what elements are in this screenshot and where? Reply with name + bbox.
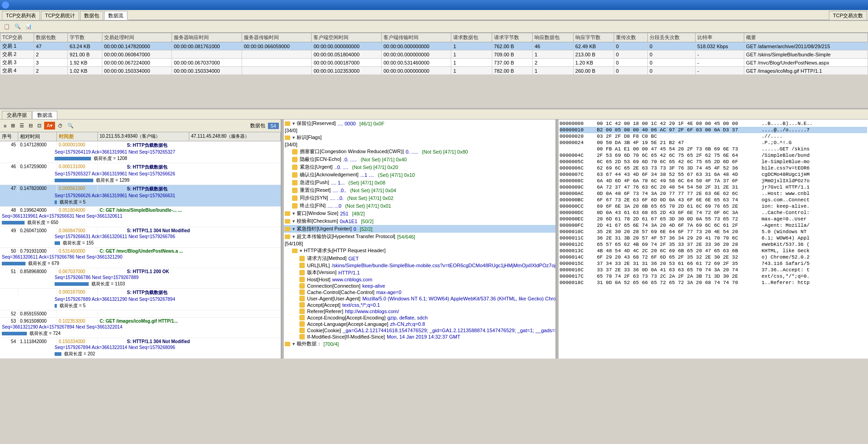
tree-item[interactable]: 急进位[Push].... 1...(Set) [47/1] 0x08	[284, 179, 555, 186]
tree-item[interactable]: 请求方法[Method]GET	[284, 254, 555, 262]
bottom-section: ≡ ⊞ ☰ ⊟ ⊡ A▾ ⏱ 🔍 数据包 54 序号 相对时间 时间差 10.2…	[0, 120, 868, 359]
tree-item[interactable]: User-Agent[User-Agent]Mozilla/5.0 (Windo…	[284, 295, 555, 302]
col-pkg-count: 数据包数	[34, 33, 68, 42]
tree-item[interactable]: 拥塞窗口[Congestion Window Reduced(CWR)]0. .…	[284, 148, 555, 155]
lock-icon	[299, 302, 305, 308]
lock-icon	[292, 165, 298, 170]
tree-item[interactable]: ▼保留位[Reserved].... 0000[46/1] 0x0F	[284, 120, 555, 127]
hex-row: 0000012C65 57 65 62 4B 69 74 2F 35 33 37…	[560, 241, 867, 248]
tree-item[interactable]: 版本[Version]HTTP/1.1	[284, 269, 555, 276]
main-toolbar: 📋 🔍 📊	[0, 21, 868, 33]
tree-item[interactable]: Accept-Language[Accept-Language]zh-CN,zh…	[284, 321, 555, 327]
tree-item[interactable]: Cookie[Cookie]_ga=GA1.2.1217441618.15474…	[284, 327, 555, 334]
pkt-toolbar-btn-4[interactable]: ⊟	[27, 122, 35, 130]
tree-item[interactable]: 重置位[Reset].... .0..(Not Set) [47/1] 0x04	[284, 186, 555, 194]
lock-icon	[299, 296, 305, 301]
app-icon	[2, 1, 9, 9]
tree-item[interactable]: Referer[Referer]http://www.cnblogs.com/	[284, 308, 555, 314]
folder-icon	[285, 135, 290, 140]
tree-item[interactable]: ▼额外数据：[700/4]	[284, 340, 555, 348]
lock-icon	[292, 203, 298, 209]
packet-row[interactable]: 450.1471280000.000001000S: HTTP负载数据包Seq=…	[0, 141, 281, 163]
col-rel-time: 相对时间	[18, 132, 57, 141]
col-resp-bytes: 响应字节数	[573, 33, 614, 42]
tab-data-flow[interactable]: 数据流	[104, 11, 127, 20]
hex-row: 0000015C37 34 33 2E 31 31 36 20 53 61 66…	[560, 260, 867, 267]
col-req-bytes: 请求字节数	[492, 33, 532, 42]
packet-row[interactable]: 541.1118420000.150334000S: HTTP/1.1 304 …	[0, 338, 281, 359]
tree-item[interactable]: 终止位[FIN].... ...0(Not Set) [47/1] 0x01	[284, 202, 555, 210]
lock-icon	[292, 180, 298, 185]
hex-row: 0000011C36 2E 31 3B 20 57 4F 57 36 34 29…	[560, 235, 867, 241]
tree-item[interactable]: If-Modified-Since[If-Modified-Since]Mon,…	[284, 334, 555, 340]
tree-item[interactable]: Connection[Connection]keep-alive	[284, 283, 555, 289]
main-tab-bar: TCP交易列表 TCP交易统计 数据包 数据流 TCP交易次数	[0, 10, 868, 21]
lock-icon	[299, 321, 305, 327]
packet-row[interactable]: 530.9615080000.102353000C: GET /images/i…	[0, 318, 281, 338]
packet-row[interactable]: 490.2604710000.060847000S: HTTP/1.1 304 …	[0, 227, 281, 248]
packet-row[interactable]: 470.1478200000.000561000S: HTTP负载数据包Seq=…	[0, 185, 281, 207]
tree-item[interactable]: ▼标识[Flags]	[284, 134, 555, 141]
packet-list-header: 序号 相对时间 时间差 10.211.55.3:49340（客户端） 47.11…	[0, 132, 281, 141]
packet-row[interactable]: 510.8589680000.067037000S: HTTP/1.1 200 …	[0, 268, 281, 289]
tree-item[interactable]: [34/0]	[284, 141, 555, 148]
tree-item[interactable]: 确认位[Acknowledgement]...1 ....(Set) [47/1…	[284, 171, 555, 179]
lock-icon	[299, 315, 305, 320]
hex-row: 0000002003 2F 2F D8 F8 C0 BC.//....	[560, 133, 867, 140]
packet-list-body[interactable]: 450.1471280000.000001000S: HTTP负载数据包Seq=…	[0, 141, 281, 359]
col-delta: 时间差	[57, 132, 98, 141]
folder-icon	[285, 234, 290, 239]
tab-dataflow[interactable]: 数据流	[32, 111, 57, 119]
hex-row: 0000010C35 2E 30 20 28 57 69 6E 64 6F 77…	[560, 229, 867, 235]
pkt-toolbar-btn-3[interactable]: ☰	[18, 122, 26, 130]
packet-row[interactable]: 520.859155000	[0, 310, 281, 318]
pkt-toolbar-btn-search[interactable]: 🔍	[66, 122, 76, 130]
packet-row[interactable]: 480.1996240000.051804000C: GET /skins/Si…	[0, 207, 281, 227]
packet-row[interactable]: 0.000187000S: HTTP负载数据包Seq=1579267889 Ac…	[0, 289, 281, 310]
tree-item[interactable]: Accept[Accept]text/css,*/*;q=0.1	[284, 302, 555, 308]
hex-row: 0000016C33 37 2E 33 36 0D 0A 41 63 63 65…	[560, 267, 867, 273]
tree-item[interactable]: Cache-Control[Cache-Control]max-age=0	[284, 289, 555, 295]
toolbar-btn-2[interactable]: 🔍	[13, 23, 23, 30]
tree-item[interactable]: ▼校验和[Checksum]0xA1E1[50/2]	[284, 217, 555, 225]
tab-data-pkg[interactable]: 数据包	[80, 11, 103, 20]
tree-item[interactable]: [34/0]	[284, 127, 555, 134]
toolbar-btn-1[interactable]: 📋	[2, 23, 12, 30]
tree-item[interactable]: URL[URL]/skins/SimpleBlue/bundle-SimpleB…	[284, 262, 555, 269]
bottom-tab-bar: 交易序据 数据流	[0, 110, 868, 120]
tree-item[interactable]: ▼HTTP请求头[HTTP Request Header]	[284, 247, 555, 254]
hex-row: 000000CC69 6F 6E 3A 20 6B 65 65 70 2D 61…	[560, 203, 867, 210]
pkt-toolbar-btn-5[interactable]: ⊡	[35, 122, 43, 130]
pkt-toolbar-btn-color[interactable]: A▾	[44, 122, 55, 130]
packet-row[interactable]: 460.1472590000.000131000S: HTTP负载数据包Seq=…	[0, 163, 281, 185]
toolbar-btn-3[interactable]: 📊	[24, 23, 34, 30]
packet-row[interactable]: 500.7919310000.531460000C: GET /mvc/Blog…	[0, 248, 281, 268]
tab-tcp-stats[interactable]: TCP交易统计	[41, 11, 79, 20]
folder-icon	[285, 227, 290, 231]
tree-item[interactable]: ▼超文本传输协议[Hypertext Transfer Protocol][54…	[284, 233, 555, 240]
tab-tcp-list[interactable]: TCP交易列表	[2, 11, 40, 20]
tab-seq[interactable]: 交易序据	[2, 111, 32, 119]
hex-row: 0000006C62 69 6C 65 2E 63 73 73 3F 76 3D…	[560, 165, 867, 171]
tree-item[interactable]: 同步位[SYN].... ..0.(Not Set) [47/1] 0x02	[284, 194, 555, 202]
tree-item[interactable]: 隐蔽位[ECN-Echo].0. .....(Not Set) [47/1] 0…	[284, 155, 555, 163]
lock-icon	[292, 149, 298, 155]
tree-item[interactable]: Host[Host]www.cnblogs.com	[284, 276, 555, 283]
tree-item[interactable]: 紧急位[Urgent]..0. ....(Not Set) [47/1] 0x2…	[284, 163, 555, 171]
tree-item[interactable]: ▼窗口[Window Size]251[48/2]	[284, 210, 555, 217]
col-num: 序号	[0, 132, 18, 141]
pkt-toolbar-btn-2[interactable]: ⊞	[9, 122, 17, 130]
col-bitrate: 比特率	[695, 33, 744, 42]
lock-icon	[299, 277, 305, 282]
lock-icon	[292, 188, 298, 193]
tree-item[interactable]: ▼紧急指针[Urgent Pointer]0[52/2]	[284, 225, 555, 233]
pkt-toolbar-btn-1[interactable]: ≡	[2, 122, 8, 130]
col-cli-idle: 客户端空闲时间	[312, 33, 382, 42]
tab-tcp-count[interactable]: TCP交易次数	[829, 11, 867, 20]
hex-row: 0000002400 50 DA 3B 4F 19 5E 21 B2 47.P.…	[560, 140, 867, 146]
lock-icon	[299, 328, 305, 333]
lock-icon	[292, 172, 298, 178]
tree-item[interactable]: Accept-Encoding[Accept-Encoding]gzip, de…	[284, 314, 555, 321]
tree-item[interactable]: [54/108]	[284, 240, 555, 247]
pkt-toolbar-btn-clock[interactable]: ⏱	[56, 122, 65, 130]
